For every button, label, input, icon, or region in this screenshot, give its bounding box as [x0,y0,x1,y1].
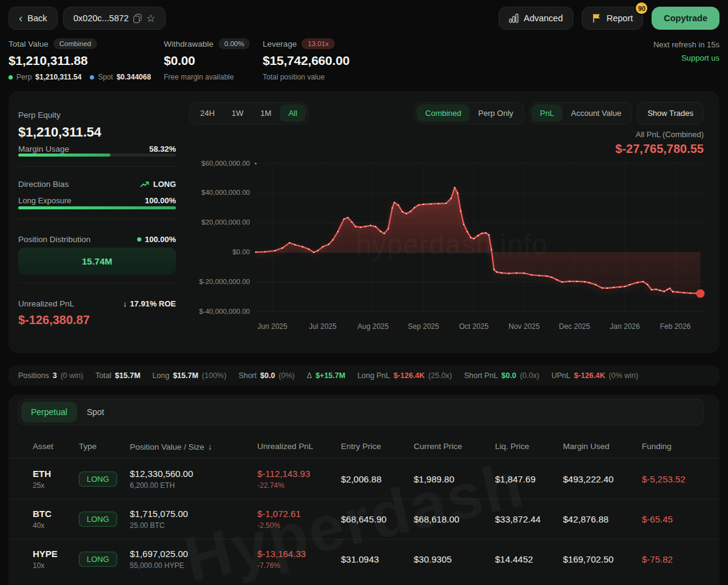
asset-cell: BTC40x [33,509,79,530]
summary-δ: Δ$+15.7M [307,371,345,380]
tab-perpetual[interactable]: Perpetual [21,402,77,422]
report-count-badge: 90 [635,1,649,15]
address-pill[interactable]: 0x020c...5872 ☆ [63,7,166,30]
back-button[interactable]: ‹ Back [8,7,58,30]
long-exposure-row: Long Exposure 100.00% [18,196,176,205]
col-unrealized-pnl[interactable]: Unrealized PnL [257,442,341,451]
market-type-tabs: PerpetualSpot [18,399,704,425]
positions-table-header: AssetTypePosition Value / Size↓Unrealize… [8,435,720,459]
position-value-amount: $15,742,660.00 [263,53,349,68]
copy-icon[interactable] [133,14,141,23]
x-axis-tick: Aug 2025 [346,322,400,331]
long-exposure-fill [18,206,176,209]
liq-price-cell: $1,847.69 [495,474,563,484]
unrealized-pnl-cell: $-112,143.93-22.74% [257,468,341,490]
combined-badge: Combined [53,38,97,49]
range-tab-all[interactable]: All [280,104,305,122]
pnl-chart-svg[interactable] [200,155,713,322]
long-exposure-label: Long Exposure [18,196,71,205]
view-tab-pnl[interactable]: PnL [531,104,562,122]
time-range-tabs: 24H1W1MAll [189,102,308,124]
col-asset[interactable]: Asset [33,442,79,451]
range-tab-1m[interactable]: 1M [252,104,280,122]
withdrawable-label: Withdrawable [164,39,214,49]
long-badge: LONG [79,512,117,527]
margin-usage-bar [18,154,176,157]
copytrade-button[interactable]: Copytrade [652,7,720,30]
type-cell: LONG [79,552,130,567]
perp-label: Perp [16,73,32,81]
range-tab-24h[interactable]: 24H [192,104,223,122]
unrealized-pnl-cell: $-1,072.61-2.50% [257,509,341,530]
asset-cell: HYPE10x [33,549,79,570]
x-axis-tick: Oct 2025 [447,322,501,331]
position-row-btc[interactable]: BTC40xLONG$1,715,075.0025.00 BTC$-1,072.… [8,499,720,539]
equity-chart-card: Perp Equity $1,210,311.54 Margin Usage 5… [8,91,720,353]
perp-equity-block: Perp Equity $1,210,311.54 [18,110,176,140]
support-us-link[interactable]: Support us [681,53,720,63]
col-margin-used[interactable]: Margin Used [563,442,642,451]
col-type[interactable]: Type [79,442,130,451]
position-distribution-row: Position Distribution 100.00% [18,235,176,244]
col-entry-price[interactable]: Entry Price [341,442,414,451]
y-axis-dot [255,163,257,164]
back-label: Back [27,13,47,23]
chart-view-tabs: PnLAccount Value [529,102,632,124]
position-distribution-value: 100.00% [145,235,176,244]
current-price-cell: $1,989.80 [414,474,495,484]
x-axis-tick: Jun 2025 [245,322,300,331]
show-trades-button[interactable]: Show Trades [637,102,704,124]
long-badge: LONG [79,552,117,567]
refresh-countdown: Next refresh in 15s [653,40,720,49]
tab-spot[interactable]: Spot [77,402,114,422]
view-tab-account-value[interactable]: Account Value [562,104,630,122]
position-row-hype[interactable]: HYPE10xLONG$1,697,025.0055,000.00 HYPE$-… [8,539,720,579]
topbar: ‹ Back 0x020c...5872 ☆ Advanced Report 9… [8,7,720,30]
liq-price-cell: $14.4452 [495,554,563,564]
direction-bias-label: Direction Bias [18,180,69,189]
advanced-button[interactable]: Advanced [499,7,573,30]
stat-leverage: Leverage 13.01x $15,742,660.00 Total pos… [263,38,349,81]
funding-cell: $-75.82 [642,554,705,564]
y-axis-tick: $60,000,000.00 [8,160,250,167]
star-icon[interactable]: ☆ [146,12,155,25]
summary-long-pnl: Long PnL$-126.4K(25.0x) [357,371,452,380]
y-axis-tick: $-40,000,000.00 [8,308,250,315]
col-funding[interactable]: Funding [642,442,705,451]
all-pnl-label: All PnL (Combined) [615,130,704,139]
perp-equity-value: $1,210,311.54 [18,124,176,140]
range-tab-1w[interactable]: 1W [223,104,252,122]
x-axis-tick: Nov 2025 [497,322,551,331]
position-value-cell: $1,715,075.0025.00 BTC [130,509,257,530]
report-button[interactable]: Report [582,7,644,30]
col-current-price[interactable]: Current Price [414,442,495,451]
unrealized-pnl-cell: $-13,164.33-7.76% [257,549,341,570]
margin-used-cell: $169,702.50 [563,554,642,564]
x-axis-tick: Sep 2025 [396,322,451,331]
col-position-value-size[interactable]: Position Value / Size↓ [130,442,257,451]
x-axis-tick: Feb 2026 [648,322,703,331]
stat-total-value: Total Value Combined $1,210,311.88 Perp … [8,38,151,81]
position-row-eth[interactable]: ETH25xLONG$12,330,560.006,200.00 ETH$-11… [8,459,720,499]
type-cell: LONG [79,512,130,527]
positions-table-body: ETH25xLONG$12,330,560.006,200.00 ETH$-11… [8,459,720,579]
x-axis-tick: Jan 2026 [598,322,652,331]
asset-cell: ETH25x [33,468,79,490]
position-value-cell: $12,330,560.006,200.00 ETH [130,468,257,490]
y-axis-tick: $20,000,000.00 [8,218,250,226]
margin-usage-label: Margin Usage [18,144,69,154]
leverage-badge: 13.01x [302,38,335,49]
perp-value: $1,210,311.54 [35,73,81,81]
entry-price-cell: $31.0943 [341,554,414,564]
combine-mode-tabs: CombinedPerp Only [414,102,524,124]
mode-tab-perp-only[interactable]: Perp Only [470,104,522,122]
col-liq-price[interactable]: Liq. Price [495,442,563,451]
withdrawable-amount: $0.00 [164,53,250,68]
account-stats: Total Value Combined $1,210,311.88 Perp … [8,38,720,81]
unrealized-pnl-value: $-126,380.87 [18,313,176,327]
flag-icon [592,13,602,23]
position-value-cell: $1,697,025.0055,000.00 HYPE [130,549,257,570]
mode-tab-combined[interactable]: Combined [417,104,470,122]
withdrawable-sub: Free margin available [164,73,234,81]
long-exposure-bar [18,206,176,209]
